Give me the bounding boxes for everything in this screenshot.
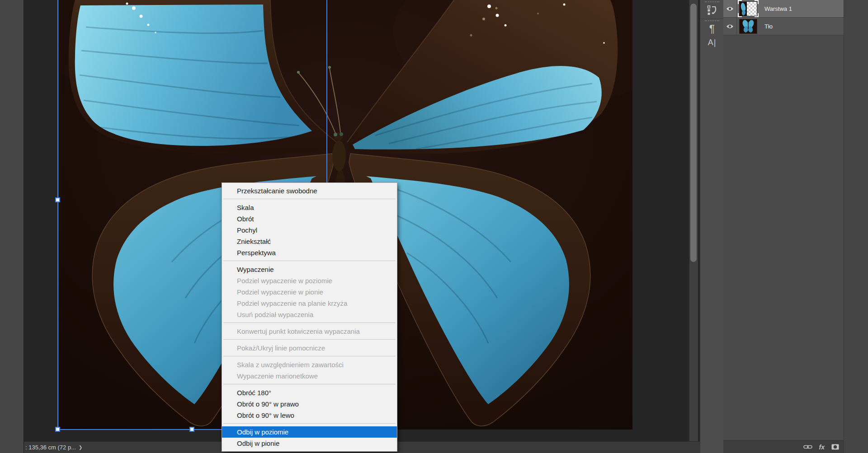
layers-panel-footer: fx [723, 440, 844, 453]
menu-item-skala[interactable]: Skala [222, 202, 397, 213]
menu-separator [222, 421, 397, 426]
menu-item-skala-z-uwzglednieniem-zawartosci: Skala z uwzględnieniem zawartości [222, 359, 397, 370]
tools-panel-edge [0, 0, 24, 453]
transform-edge-right [326, 0, 327, 182]
document-size-status: : 135,36 cm (72 p... [25, 444, 76, 451]
menu-item-obroc-180[interactable]: Obróć 180° [222, 387, 397, 398]
layer-row-tlo[interactable]: Tło [723, 18, 844, 35]
layer-thumbnail[interactable] [738, 18, 759, 34]
menu-item-usun-podzial-wypaczenia: Usuń podział wypaczenia [222, 309, 397, 320]
menu-item-podziel-wypaczenie-w-poziomie: Podziel wypaczenie w poziomie [222, 275, 397, 286]
menu-item-pokaz-ukryj-linie-pomocnicze: Pokaż/Ukryj linie pomocnicze [222, 342, 397, 354]
menu-item-podziel-wypaczenie-na-planie-krzyza: Podziel wypaczenie na planie krzyża [222, 298, 397, 309]
vertical-scrollbar-thumb[interactable] [690, 4, 697, 262]
menu-item-pochyl[interactable]: Pochyl [222, 224, 397, 236]
layer-thumbnail[interactable] [738, 0, 759, 17]
transform-edge-left [57, 0, 58, 430]
status-popup-chevron-icon[interactable]: ❯ [79, 445, 82, 450]
history-panel-icon[interactable] [700, 3, 724, 17]
eye-icon [726, 6, 734, 11]
menu-item-wypaczenie[interactable]: Wypaczenie [222, 264, 397, 275]
transform-context-menu: Przekształcanie swobodne Skala Obrót Poc… [222, 182, 397, 452]
menu-separator [222, 354, 397, 359]
dock-divider [700, 19, 723, 19]
layer-name[interactable]: Warstwa 1 [764, 5, 792, 12]
layer-row-warstwa-1[interactable]: Warstwa 1 [723, 0, 844, 18]
menu-item-obrot[interactable]: Obrót [222, 213, 397, 224]
character-panel-icon[interactable]: A| [700, 36, 724, 49]
layer-visibility-toggle[interactable] [723, 0, 737, 17]
link-layers-icon[interactable] [803, 444, 812, 449]
thumb-selection-bracket [738, 0, 742, 4]
menu-item-wypaczenie-marionetkowe: Wypaczenie marionetkowe [222, 370, 397, 382]
eye-icon [726, 24, 734, 29]
layer-name[interactable]: Tło [764, 23, 773, 30]
paragraph-panel-icon[interactable]: ¶ [700, 22, 724, 36]
transform-edge-bottom [57, 429, 222, 430]
menu-item-odbij-w-pionie[interactable]: Odbij w pionie [222, 438, 397, 449]
transform-handle-left-middle[interactable] [55, 197, 60, 202]
thumb-selection-bracket [755, 0, 759, 4]
panel-dock-strip: ¶ A| [700, 0, 723, 453]
layer-mask-icon[interactable] [831, 444, 839, 450]
menu-item-znieksztalc[interactable]: Zniekształć [222, 236, 397, 247]
menu-item-podziel-wypaczenie-w-pionie: Podziel wypaczenie w pionie [222, 286, 397, 298]
transform-handle-bottom-center[interactable] [189, 427, 194, 432]
menu-separator [222, 320, 397, 326]
menu-separator [222, 258, 397, 264]
thumb-selection-bracket [755, 13, 759, 17]
transform-handle-bottom-left[interactable] [55, 427, 60, 432]
menu-item-odbij-w-poziomie[interactable]: Odbij w poziomie [222, 426, 397, 438]
layer-visibility-toggle[interactable] [723, 18, 737, 35]
butterfly-thumb [740, 19, 757, 33]
menu-item-obrot-90-w-prawo[interactable]: Obrót o 90° w prawo [222, 398, 397, 410]
layer-style-fx-icon[interactable]: fx [819, 444, 825, 451]
menu-item-obrot-90-w-lewo[interactable]: Obrót o 90° w lewo [222, 410, 397, 421]
thumb-selection-bracket [738, 13, 742, 17]
menu-separator [222, 337, 397, 342]
menu-item-konwertuj-punkt-kotwiczenia: Konwertuj punkt kotwiczenia wypaczania [222, 326, 397, 337]
workspace-right-gutter [844, 0, 868, 453]
layers-panel: Warstwa 1 [723, 0, 844, 453]
menu-separator [222, 382, 397, 387]
menu-item-przeksztalcanie-swobodne[interactable]: Przekształcanie swobodne [222, 185, 397, 196]
menu-separator [222, 196, 397, 202]
photoshop-app: : 135,36 cm (72 p... ❯ Przekształcanie s… [0, 0, 868, 453]
menu-item-perspektywa[interactable]: Perspektywa [222, 247, 397, 258]
